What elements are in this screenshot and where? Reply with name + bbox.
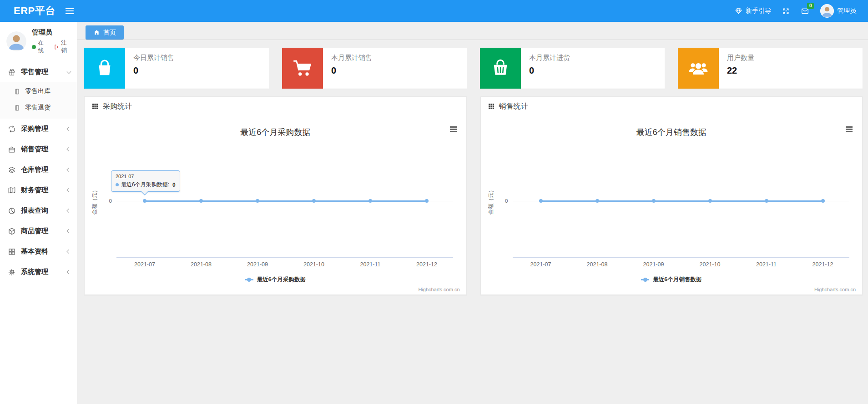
data-point[interactable]	[368, 199, 372, 203]
stat-label: 今日累计销售	[133, 54, 174, 62]
sidebar-item-label: 零售管理	[21, 68, 67, 76]
chevron-left-icon	[67, 147, 71, 152]
tab-home[interactable]: 首页	[86, 25, 124, 40]
ledger-icon	[14, 88, 20, 95]
pie-chart-icon	[8, 207, 16, 215]
sidebar-item-retail-return[interactable]: 零售退货	[0, 100, 77, 116]
sidebar-item-reports[interactable]: 报表查询	[0, 200, 77, 221]
sign-out-icon	[54, 44, 60, 50]
sidebar-item-label: 系统管理	[21, 268, 67, 276]
sidebar-avatar	[6, 31, 26, 51]
tab-label: 首页	[103, 29, 116, 37]
data-point[interactable]	[199, 199, 203, 203]
chart-panels: 采购统计 最近6个月采购数据 金额（元） 0 2021-07 2021-08 2…	[84, 96, 863, 295]
tab-bar: 首页	[77, 22, 868, 40]
sidebar-item-warehouse[interactable]: 仓库管理	[0, 160, 77, 180]
panel-title: 销售统计	[499, 102, 528, 111]
x-axis-label: 2021-09	[636, 261, 672, 268]
fullscreen-button[interactable]	[782, 7, 790, 15]
legend-label: 最近6个月销售数据	[653, 276, 701, 284]
x-axis-label: 2021-08	[579, 261, 616, 268]
app-brand: ERP平台	[0, 4, 56, 18]
data-point[interactable]	[821, 199, 825, 203]
sidebar-item-label: 零售出库	[25, 87, 50, 95]
stat-label: 用户数量	[727, 54, 754, 62]
purchase-stats-panel: 采购统计 最近6个月采购数据 金额（元） 0 2021-07 2021-08 2…	[84, 96, 467, 295]
ledger-icon	[14, 105, 20, 111]
logout-button[interactable]: 注销	[54, 39, 71, 55]
user-menu[interactable]: 管理员	[820, 4, 856, 18]
chart-tooltip: 2021-07 最近6个月采购数据: 0	[111, 170, 180, 192]
sidebar-item-products[interactable]: 商品管理	[0, 221, 77, 241]
sidebar-toggle-button[interactable]	[63, 4, 76, 18]
legend-item[interactable]: 最近6个月采购数据	[85, 276, 466, 284]
data-point[interactable]	[595, 199, 599, 203]
stat-label: 本月累计进货	[529, 54, 570, 62]
data-point[interactable]	[425, 199, 429, 203]
top-header: ERP平台 新手引导 0 管理员	[0, 0, 868, 22]
stat-cards: 今日累计销售 0 本月累计销售 0 本月累计进货 0	[84, 48, 863, 89]
data-point[interactable]	[256, 199, 259, 203]
chevron-left-icon	[67, 229, 71, 234]
layers-icon	[8, 166, 16, 174]
sidebar: 管理员 在线 注销 零售管理	[0, 22, 77, 404]
sidebar-item-procurement[interactable]: 采购管理	[0, 119, 77, 139]
legend-item[interactable]: 最近6个月销售数据	[481, 276, 863, 284]
message-count-badge: 0	[807, 3, 814, 9]
sidebar-item-sales[interactable]: 销售管理	[0, 139, 77, 160]
x-axis-line	[513, 257, 849, 258]
box-icon	[8, 227, 16, 235]
sidebar-item-basic-data[interactable]: 基本资料	[0, 241, 77, 262]
chevron-left-icon	[67, 270, 71, 274]
sidebar-item-label: 零售退货	[25, 104, 50, 112]
guide-button[interactable]: 新手引导	[735, 7, 771, 15]
stat-card-user-count: 用户数量 22	[678, 48, 863, 89]
sidebar-item-system[interactable]: 系统管理	[0, 262, 77, 282]
x-axis-label: 2021-07	[126, 261, 163, 268]
sales-chart: 最近6个月销售数据 金额（元） 0 2021-07 2021-08 2021-0…	[481, 116, 863, 294]
data-point[interactable]	[652, 199, 656, 203]
x-axis-label: 2021-11	[352, 261, 389, 268]
data-point[interactable]	[143, 199, 146, 203]
stat-card-month-purchases: 本月累计进货 0	[480, 48, 665, 89]
sidebar-item-label: 采购管理	[21, 125, 67, 133]
data-point[interactable]	[708, 199, 712, 203]
y-axis-tick: 0	[101, 198, 112, 204]
users-icon	[678, 48, 719, 89]
data-point[interactable]	[312, 199, 316, 203]
fullscreen-icon	[782, 7, 790, 15]
chart-context-menu-button[interactable]	[448, 123, 459, 135]
data-point[interactable]	[539, 199, 543, 203]
messages-button[interactable]: 0	[801, 7, 809, 15]
highcharts-credit[interactable]: Highcharts.com.cn	[814, 287, 856, 292]
series-dot-icon	[116, 183, 119, 186]
panel-header: 采购统计	[85, 97, 466, 116]
legend-label: 最近6个月采购数据	[257, 276, 306, 284]
user-avatar	[820, 4, 834, 18]
guide-label: 新手引导	[746, 7, 771, 15]
sidebar-item-label: 销售管理	[21, 145, 67, 154]
sidebar-item-retail[interactable]: 零售管理	[0, 62, 77, 82]
chevron-left-icon	[67, 127, 71, 131]
finance-book-icon	[8, 186, 16, 195]
chevron-left-icon	[67, 209, 71, 213]
sidebar-menu: 零售管理 零售出库 零售退货 采购管理	[0, 62, 77, 282]
highcharts-credit[interactable]: Highcharts.com.cn	[418, 287, 459, 292]
y-axis-title: 金额（元）	[91, 187, 99, 214]
tooltip-category: 2021-07	[116, 174, 176, 179]
tooltip-value: 0	[172, 182, 176, 188]
chart-context-menu-button[interactable]	[843, 123, 855, 135]
retail-submenu: 零售出库 零售退货	[0, 82, 77, 119]
chevron-left-icon	[67, 249, 71, 254]
chevron-left-icon	[67, 168, 71, 172]
sidebar-item-finance[interactable]: 财务管理	[0, 180, 77, 200]
panel-header: 销售统计	[481, 97, 863, 116]
tooltip-series-label: 最近6个月采购数据:	[121, 181, 169, 189]
chevron-down-icon	[67, 69, 71, 74]
user-name: 管理员	[837, 7, 856, 15]
stat-value: 0	[133, 65, 174, 76]
shopping-basket-icon	[480, 48, 521, 89]
y-axis-tick: 0	[497, 198, 508, 204]
sidebar-item-retail-outbound[interactable]: 零售出库	[0, 83, 77, 100]
data-point[interactable]	[765, 199, 768, 203]
